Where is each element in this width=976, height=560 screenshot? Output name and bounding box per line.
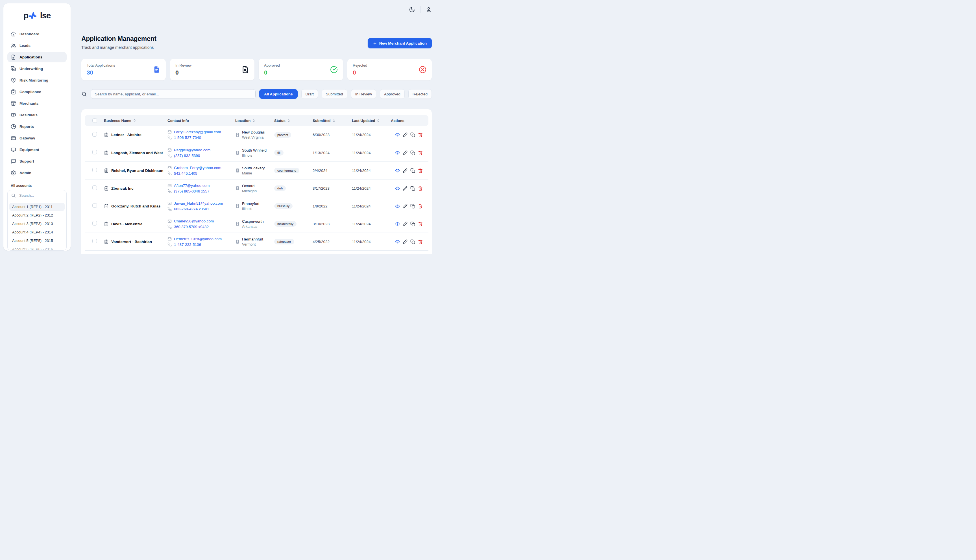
view-icon[interactable] bbox=[395, 150, 400, 155]
row-checkbox[interactable] bbox=[92, 221, 97, 225]
view-icon[interactable] bbox=[395, 222, 400, 227]
last-updated-date: 11/24/2024 bbox=[348, 240, 387, 244]
sidebar-item-admin[interactable]: Admin bbox=[7, 168, 67, 178]
new-merchant-application-button[interactable]: New Merchant Application bbox=[368, 38, 432, 48]
sidebar-item-support[interactable]: Support bbox=[7, 156, 67, 167]
duplicate-icon[interactable] bbox=[410, 239, 415, 244]
phone-link[interactable]: 1-487-222-5136 bbox=[167, 242, 232, 247]
delete-icon[interactable] bbox=[418, 204, 423, 208]
view-icon[interactable] bbox=[395, 204, 400, 208]
select-all-checkbox[interactable] bbox=[92, 118, 97, 123]
delete-icon[interactable] bbox=[418, 132, 423, 137]
delete-icon[interactable] bbox=[418, 150, 423, 155]
email-link[interactable]: Larry.Gorczany@gmail.com bbox=[167, 130, 232, 134]
sidebar-item-merchants[interactable]: Merchants bbox=[7, 98, 67, 109]
duplicate-icon[interactable] bbox=[410, 204, 415, 208]
edit-icon[interactable] bbox=[403, 222, 407, 227]
account-list-item[interactable]: Account 1 (REP1) - 2311 bbox=[9, 203, 65, 211]
dark-mode-toggle-icon[interactable] bbox=[409, 7, 415, 13]
filter-tab-approved[interactable]: Approved bbox=[380, 89, 405, 99]
phone-link[interactable]: (375) 865-0346 x557 bbox=[167, 189, 232, 193]
duplicate-icon[interactable] bbox=[410, 186, 415, 191]
duplicate-icon[interactable] bbox=[410, 150, 415, 155]
applications-search-input[interactable] bbox=[91, 89, 255, 99]
email-link[interactable]: Charley56@yahoo.com bbox=[167, 219, 232, 223]
column-header-status[interactable]: Status bbox=[270, 118, 309, 123]
duplicate-icon[interactable] bbox=[410, 132, 415, 137]
filter-tab-all-applications[interactable]: All Applications bbox=[259, 89, 298, 99]
sidebar-item-leads[interactable]: Leads bbox=[7, 40, 67, 51]
location-city: New Douglas bbox=[242, 130, 265, 134]
delete-icon[interactable] bbox=[418, 186, 423, 191]
row-checkbox[interactable] bbox=[92, 168, 97, 172]
edit-icon[interactable] bbox=[403, 186, 407, 191]
sidebar-item-risk-monitoring[interactable]: Risk Monitoring bbox=[7, 75, 67, 85]
building-icon bbox=[235, 168, 240, 173]
row-checkbox[interactable] bbox=[92, 203, 97, 208]
edit-icon[interactable] bbox=[403, 150, 407, 155]
account-list-item[interactable]: Account 4 (REP4) - 2314 bbox=[9, 228, 65, 236]
row-checkbox[interactable] bbox=[92, 239, 97, 243]
phone-icon bbox=[167, 242, 172, 247]
sidebar-item-underwriting[interactable]: Underwriting bbox=[7, 63, 67, 74]
email-link[interactable]: Afton77@yahoo.com bbox=[167, 183, 232, 188]
column-header-last-updated[interactable]: Last Updated bbox=[348, 118, 387, 123]
email-link[interactable]: Demetris_Crist@yahoo.com bbox=[167, 237, 232, 241]
row-checkbox[interactable] bbox=[92, 150, 97, 154]
column-header-contact-info[interactable]: Contact Info bbox=[164, 118, 232, 123]
row-checkbox[interactable] bbox=[92, 185, 97, 190]
view-icon[interactable] bbox=[395, 168, 400, 173]
view-icon[interactable] bbox=[395, 132, 400, 137]
sidebar-item-compliance[interactable]: Compliance bbox=[7, 87, 67, 97]
filter-tab-in-review[interactable]: In Review bbox=[351, 89, 376, 99]
location-city: Oxnard bbox=[242, 184, 257, 188]
sidebar-item-dashboard[interactable]: Dashboard bbox=[7, 29, 67, 39]
business-name: Reichel, Ryan and Dickinson bbox=[111, 168, 164, 173]
delete-icon[interactable] bbox=[418, 168, 423, 173]
email-link[interactable]: Peggie9@yahoo.com bbox=[167, 148, 232, 152]
account-list-item[interactable]: Account 3 (REP3) - 2313 bbox=[9, 220, 65, 228]
sidebar-item-gateway[interactable]: Gateway bbox=[7, 133, 67, 143]
edit-icon[interactable] bbox=[403, 132, 407, 137]
pie-chart-icon bbox=[11, 124, 16, 129]
topbar-divider bbox=[420, 6, 420, 13]
column-header-business-name[interactable]: Business Name bbox=[100, 118, 164, 123]
users-icon bbox=[11, 43, 16, 48]
edit-icon[interactable] bbox=[403, 239, 407, 244]
business-name: Vandervort - Bashirian bbox=[111, 240, 152, 244]
view-icon[interactable] bbox=[395, 239, 400, 244]
filter-tab-rejected[interactable]: Rejected bbox=[408, 89, 432, 99]
row-checkbox[interactable] bbox=[92, 132, 97, 137]
user-menu-icon[interactable] bbox=[425, 7, 432, 13]
phone-link[interactable]: 683-769-4274 x3501 bbox=[167, 207, 232, 211]
column-header-submitted[interactable]: Submitted bbox=[309, 118, 348, 123]
account-list-item[interactable]: Account 2 (REP2) - 2312 bbox=[9, 211, 65, 219]
column-header-actions[interactable]: Actions bbox=[387, 118, 429, 123]
view-icon[interactable] bbox=[395, 186, 400, 191]
status-badge: till bbox=[274, 150, 284, 155]
delete-icon[interactable] bbox=[418, 222, 423, 227]
sidebar-item-residuals[interactable]: Residuals bbox=[7, 110, 67, 120]
email-link[interactable]: Graham_Ferry@yahoo.com bbox=[167, 166, 232, 170]
filter-tab-submitted[interactable]: Submitted bbox=[322, 89, 347, 99]
phone-link[interactable]: 1-506-527-7040 bbox=[167, 135, 232, 140]
account-list-item[interactable]: Account 5 (REP5) - 2315 bbox=[9, 237, 65, 245]
duplicate-icon[interactable] bbox=[410, 222, 415, 227]
delete-icon[interactable] bbox=[418, 239, 423, 244]
sidebar-item-reports[interactable]: Reports bbox=[7, 122, 67, 132]
email-link[interactable]: Juwan_Hahn51@yahoo.com bbox=[167, 201, 232, 205]
column-header-location[interactable]: Location bbox=[232, 118, 270, 123]
sidebar-item-label: Equipment bbox=[20, 148, 39, 152]
filter-tab-draft[interactable]: Draft bbox=[301, 89, 318, 99]
edit-icon[interactable] bbox=[403, 168, 407, 173]
phone-link[interactable]: (237) 932-5390 bbox=[167, 153, 232, 158]
status-badge: ratepayer bbox=[274, 239, 294, 245]
sidebar-item-equipment[interactable]: Equipment bbox=[7, 145, 67, 155]
sidebar-item-applications[interactable]: Applications bbox=[7, 52, 67, 62]
edit-icon[interactable] bbox=[403, 204, 407, 208]
account-search-input[interactable] bbox=[18, 193, 63, 198]
duplicate-icon[interactable] bbox=[410, 168, 415, 173]
account-list-item[interactable]: Account 6 (REP6) - 2316 bbox=[9, 245, 65, 250]
phone-link[interactable]: 542.445.1405 bbox=[167, 171, 232, 175]
phone-link[interactable]: 360.379.5709 x9432 bbox=[167, 225, 232, 229]
